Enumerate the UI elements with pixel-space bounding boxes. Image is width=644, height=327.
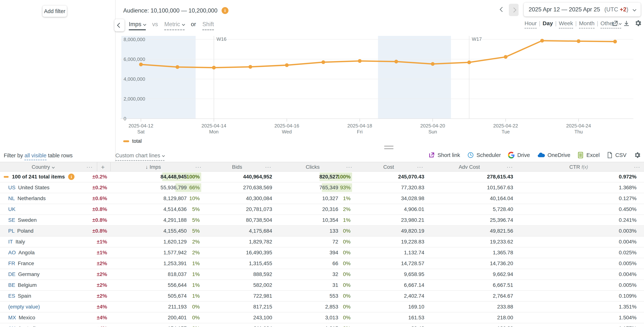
data-point[interactable] [394,60,398,64]
data-point[interactable] [431,62,434,66]
column-menu-icon[interactable]: ··· [344,162,354,172]
column-header-adv-cost[interactable]: Adv Cost [446,162,492,172]
country-code[interactable]: DE [8,271,16,277]
x-axis-weekday-label: Fri [357,129,362,135]
column-menu-icon[interactable]: ··· [264,162,273,172]
onedrive-button[interactable]: OneDrive [537,152,570,158]
column-menu-icon[interactable]: ··· [194,162,203,172]
country-code[interactable]: BE [8,282,15,288]
clicks-cell: 20,316 [280,204,338,214]
x-axis-date-label: 2025-04-14 [202,123,226,129]
excel-button[interactable]: Excel [577,152,600,158]
column-header-cost[interactable]: Cost [370,162,407,172]
adv-cost-cell: 49,821.56 [457,226,513,236]
x-axis-weekday-label: Sat [137,129,145,135]
chevron-down-icon [52,166,55,169]
country-code[interactable]: NL [8,195,15,201]
scheduler-button[interactable]: Scheduler [467,152,501,158]
csv-button[interactable]: CSV [607,152,626,158]
column-menu-icon[interactable]: ··· [416,162,425,172]
table-header: Country ··· + ↓Imps ··· Bids ··· Clicks … [0,162,644,172]
data-point[interactable] [358,59,362,63]
column-menu-icon[interactable]: ··· [85,162,94,172]
clicks-pct-cell: 0% [338,312,350,323]
table-row-total[interactable]: 100 of 241 total itemsi±0.2%84,448,94510… [0,172,644,182]
drive-button[interactable]: Drive [508,152,530,158]
country-code[interactable]: PL [8,228,14,234]
table-row[interactable]: UK±0.8%4,514,6365%20,781,07320,3162%4,90… [0,204,644,215]
country-code[interactable]: SE [8,217,15,223]
data-point[interactable] [212,66,216,70]
cost-cell: 49,820.19 [369,226,424,236]
country-code[interactable]: UK [8,206,16,212]
table-row[interactable]: BEBelgium±2%556,6441%582,002310%6,667.14… [0,280,644,291]
column-header-imps[interactable]: ↓Imps [110,162,161,172]
resize-handle[interactable] [384,146,394,151]
column-menu-icon[interactable]: ··· [505,162,514,172]
country-code[interactable]: IT [8,239,13,245]
data-point[interactable] [540,39,544,43]
uncertainty-cell: ±0.8% [78,204,107,214]
country-code[interactable]: US [8,185,16,191]
column-header-clicks[interactable]: Clicks [294,162,331,172]
data-point[interactable] [248,65,252,69]
uncertainty-cell: ±0.6% [78,193,107,204]
table-row[interactable]: (empty value)±4%211,1930%817,2152,8530%1… [0,301,644,312]
column-header-ctr[interactable]: CTRf(x) [555,162,602,172]
clicks-pct-cell: 93% [338,182,350,193]
country-cell: BEBelgium [8,280,90,290]
data-point[interactable] [139,63,143,66]
table-settings-button[interactable] [634,151,641,159]
country-cell: (empty value) [8,301,90,312]
short-link-button[interactable]: Short link [428,152,460,158]
table-row[interactable]: AOAngola±1%1,577,9422%16,490,3953940%1,1… [0,247,644,258]
imps-cell: 505,674 [131,291,187,301]
imps-pct-cell: 66% [187,182,200,193]
uncertainty-cell: ±0.2% [78,172,107,182]
info-icon[interactable]: i [68,174,74,180]
all-visible-link[interactable]: all visible [24,152,46,160]
table-row[interactable]: DEGermany±2%818,0371%888,592320%9,658.95… [0,269,644,280]
table-row[interactable]: SESweden±0.8%4,291,1885%80,738,50410,354… [0,215,644,226]
clicks-cell: 394 [280,247,338,258]
country-code[interactable]: FR [8,260,15,266]
add-column-button[interactable]: + [98,162,107,172]
clicks-pct-cell: 1% [338,215,350,225]
imps-cell: 1,577,942 [131,247,187,258]
imps-pct-cell: 0% [187,301,200,312]
data-point[interactable] [285,63,289,67]
data-point[interactable] [577,39,580,43]
table-row[interactable]: NLNetherlands±0.6%8,129,80710%40,300,084… [0,193,644,204]
data-point[interactable] [467,61,471,64]
ctr-cell: 0.004% [580,237,636,247]
export-toolbar: Short linkSchedulerDriveOneDriveExcelCSV [428,151,641,159]
table-row[interactable]: MXMexico±4%200,4010%243,1003,0130%161.53… [0,312,644,323]
imps-cell: 200,401 [131,312,187,323]
time-series-chart[interactable]: W16W1702,000,0004,000,0006,000,0008,000,… [0,0,644,146]
country-cell: MXMexico [8,312,90,323]
country-code[interactable]: AU [8,325,16,327]
table-row[interactable]: ESSpain±2%505,6741%722,9815530%2,402.742… [0,291,644,301]
data-point[interactable] [176,65,179,69]
custom-chart-lines-dropdown[interactable]: Custom chart lines [115,152,164,161]
clicks-pct-cell: 0% [338,237,350,247]
country-code[interactable]: ES [8,293,15,299]
adv-cost-cell: 2,764.67 [457,291,513,301]
column-header-country[interactable]: Country [22,162,64,172]
country-code[interactable]: AO [8,250,16,256]
column-header-bids[interactable]: Bids [218,162,256,172]
data-point[interactable] [504,55,508,59]
column-menu-icon[interactable]: ··· [632,162,642,172]
table-row[interactable]: AUAustralia±4%154,1570%311,9241,8150%89.… [0,323,644,327]
uncertainty-cell: ±4% [78,301,107,312]
imps-pct-cell: 2% [187,237,200,247]
table-row[interactable]: USUnited States±0.2%55,936,79966%270,638… [0,182,644,193]
country-code[interactable]: MX [8,315,16,321]
table-row[interactable]: ITItaly±1%1,620,1292%1,829,782720%19,228… [0,237,644,247]
data-point[interactable] [322,60,325,64]
table-row[interactable]: FRFrance±2%1,253,3911%1,315,455660%14,72… [0,258,644,269]
y-axis-label: 6,000,000 [124,57,145,62]
data-point[interactable] [613,40,617,43]
table-row[interactable]: PLPoland±0.8%4,155,4505%4,175,6841330%49… [0,226,644,237]
country-name: Germany [18,271,40,277]
